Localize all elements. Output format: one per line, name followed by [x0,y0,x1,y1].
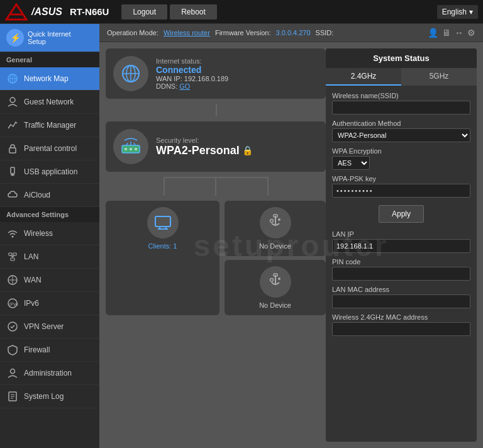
wpa-psk-field: WPA-PSK key [332,175,470,198]
sidebar-item-label: Parental control [24,144,77,153]
wireless-24-mac-field: Wireless 2.4GHz MAC address [332,313,470,336]
sidebar-item-lan[interactable]: LAN [0,245,99,269]
security-box: Security level: WPA2-Personal 🔒 [106,121,326,172]
content-area: Operation Mode: Wireless router Firmware… [99,24,483,448]
usb-device-box-2: No Device [225,260,326,315]
quick-setup-icon: ⚡ [6,29,24,47]
sidebar-item-label: Firewall [24,345,50,354]
guest-network-icon [6,96,19,108]
wan-icon [6,274,19,286]
sidebar-item-network-map[interactable]: Network Map [0,67,99,91]
svg-point-34 [125,148,127,150]
auth-method-select[interactable]: WPA2-Personal WPA-Personal Open System [332,128,470,142]
sidebar-item-administration[interactable]: Administration [0,362,99,385]
internet-info: Internet status: Connected WAN IP: 192.1… [156,57,228,90]
model-name: RT-N66U [70,6,109,17]
connector-line-1 [106,104,326,116]
sidebar-item-usb-application[interactable]: USB application [0,160,99,184]
wpa-encryption-field: WPA Encryption AES TKIP [332,147,470,170]
sidebar-item-ipv6[interactable]: IPv6 IPv6 [0,292,99,315]
sidebar-item-quick-setup[interactable]: ⚡ Quick Internet Setup [0,24,99,52]
svg-rect-8 [11,167,14,174]
vpn-server-icon [6,320,19,333]
wpa-encryption-label: WPA Encryption [332,147,470,155]
system-log-icon [6,390,19,403]
clients-count: 1 [173,242,177,250]
sidebar-item-vpn-server[interactable]: VPN Server [0,315,99,339]
language-selector[interactable]: English ▾ [437,5,478,19]
ss-body: Wireless name(SSID) Authentication Metho… [326,86,477,342]
no-device-label-1: No Device [259,242,291,250]
auth-method-label: Authentication Method [332,120,470,127]
firmware-value: 3.0.0.4.270 [276,29,311,36]
sidebar-item-guest-network[interactable]: Guest Network [0,91,99,114]
apply-button[interactable]: Apply [379,205,424,223]
tab-5ghz[interactable]: 5GHz [401,68,477,86]
wireless-name-input[interactable] [332,101,470,115]
wpa-encryption-select[interactable]: AES TKIP [332,156,370,170]
operation-mode-value[interactable]: Wireless router [164,29,210,36]
usb-devices-column: No Device No Device [225,201,326,315]
wpa-psk-input[interactable] [332,184,470,198]
lan-mac-field: LAN MAC address [332,286,470,308]
reboot-button[interactable]: Reboot [170,4,217,20]
share-icon: ↔ [455,28,464,38]
firewall-icon [6,344,19,356]
wpa-psk-label: WPA-PSK key [332,175,470,182]
security-value: WPA2-Personal 🔒 [156,144,253,157]
sidebar-item-wireless[interactable]: Wireless [0,222,99,245]
svg-marker-0 [6,4,26,20]
sidebar-item-label: AiCloud [24,191,50,199]
chevron-down-icon: ▾ [469,8,473,16]
advanced-section-label: Advanced Settings [0,207,99,222]
network-map-icon [6,72,19,85]
network-icon: 🖥 [442,28,451,38]
svg-point-45 [278,218,280,221]
ddns-detail: DDNS: GO [156,82,228,90]
branch-connector [112,177,319,196]
sidebar-item-label: Wireless [24,229,53,238]
sidebar-item-traffic-manager[interactable]: Traffic Manager [0,114,99,137]
usb-icon-2 [260,266,291,298]
svg-point-24 [11,369,15,374]
auth-method-wrap: WPA2-Personal WPA-Personal Open System [332,128,470,142]
svg-rect-13 [13,253,16,255]
usb-device-box-1: No Device [225,201,326,256]
lan-mac-value [332,294,470,308]
info-bar-icons: 👤 🖥 ↔ ⚙ [428,28,475,38]
logout-button[interactable]: Logout [121,4,167,20]
client-icon [147,207,179,238]
pin-code-label: PIN code [332,258,470,266]
info-bar: Operation Mode: Wireless router Firmware… [99,24,483,42]
settings-icon: ⚙ [467,28,475,38]
lock-icon: 🔒 [242,145,253,155]
sidebar-item-aicloud[interactable]: AiCloud [0,184,99,207]
lan-ip-value: 192.168.1.1 [332,239,470,253]
ss-tabs: 2.4GHz 5GHz [326,68,477,86]
sidebar-item-wan[interactable]: WAN [0,269,99,292]
svg-rect-7 [9,148,16,153]
lan-ip-label: LAN IP [332,230,470,238]
sidebar-item-label: VPN Server [24,322,64,331]
usb-application-icon [6,165,19,178]
svg-rect-14 [11,258,14,260]
general-section-label: General [0,52,99,67]
lan-icon [6,250,19,263]
sidebar-item-label: Administration [24,369,72,378]
tab-24ghz[interactable]: 2.4GHz [326,68,401,86]
network-diagram: Internet status: Connected WAN IP: 192.1… [106,48,326,442]
wireless-24-mac-label: Wireless 2.4GHz MAC address [332,313,470,321]
wireless-name-field: Wireless name(SSID) [332,92,470,115]
sidebar-item-parental-control[interactable]: Parental control [0,137,99,160]
sidebar-item-system-log[interactable]: System Log [0,385,99,408]
sidebar-item-firewall[interactable]: Firewall [0,339,99,362]
wan-ip-detail: WAN IP: 192.168.0.189 [156,75,228,82]
traffic-manager-icon [6,119,19,132]
topbar-buttons: Logout Reboot [121,4,216,20]
administration-icon [6,367,19,379]
svg-point-47 [270,279,273,282]
asus-logo-icon [5,3,28,21]
pin-code-value [332,267,470,281]
ddns-link[interactable]: GO [179,82,190,90]
logo: /ASUS RT-N66U [5,3,109,21]
